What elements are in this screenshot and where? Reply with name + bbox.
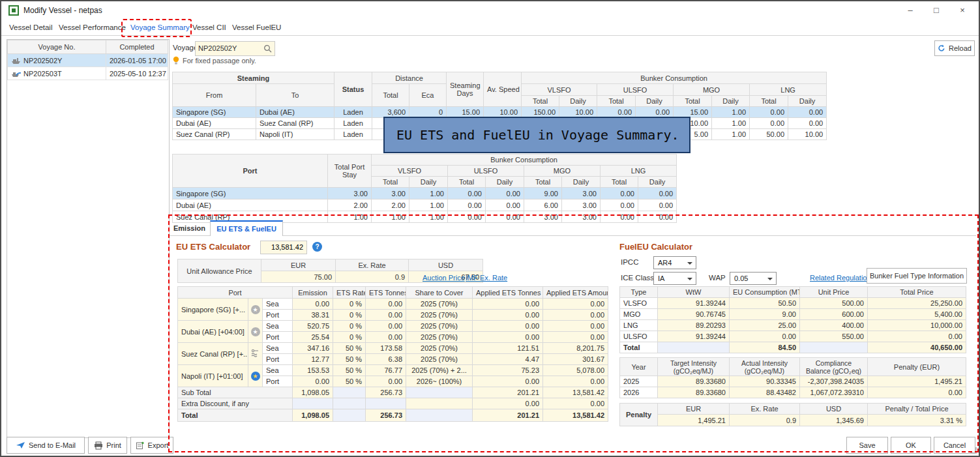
emission-header: Emission (293, 287, 333, 299)
imf-ex-rate-link[interactable]: IMF Ex. Rate (466, 274, 507, 282)
related-regulation-link[interactable]: Related Regulation (810, 274, 871, 282)
tab-eu-ets-fueleu[interactable]: EU ETS & FuelEU (210, 220, 283, 236)
cancel-button[interactable]: Cancel (934, 437, 975, 454)
vlsfo-header: VLSFO (522, 84, 597, 96)
fueleu-penalty-table: Penalty EUR Ex. Rate USD Penalty / Total… (619, 403, 966, 426)
eu-port-star-icon: ★ (251, 372, 260, 381)
voyage-search-value[interactable]: NP202502Y (196, 44, 239, 52)
total-price-header: Total Price (868, 287, 966, 298)
tab-vessel-detail[interactable]: Vessel Detail (5, 20, 56, 35)
extra-discount-amount-field[interactable]: 0.00 (543, 398, 608, 409)
distance-total-header: Total (372, 84, 409, 107)
fueleu-year-table: Year Target Intensity (gCO₂eq/MJ) Actual… (619, 357, 966, 398)
port-header: Port (178, 287, 293, 299)
tab-emission[interactable]: Emission (173, 221, 207, 235)
penalty-label: Penalty (620, 404, 658, 426)
modify-vessel-window: Modify Vessel - netpas – □ × Vessel Deta… (0, 0, 980, 457)
distance-header: Distance (372, 72, 447, 84)
applied-ets-tonnes-header: Applied ETS Tonnes (473, 287, 543, 299)
voyage-list-row[interactable]: NP202503T 2025-05-10 12:37 (8, 67, 168, 80)
save-button[interactable]: Save (846, 437, 888, 454)
col-total: Total (601, 177, 638, 188)
tab-vessel-cii[interactable]: Vessel CII (188, 20, 230, 35)
ets-calculator-title: EU ETS Calculator (176, 242, 250, 252)
ipcc-label: IPCC (621, 258, 638, 266)
col-total: Total (597, 96, 636, 107)
eur-header: EUR (658, 404, 730, 415)
minimize-button[interactable]: – (899, 1, 921, 20)
col-total: Total (448, 177, 486, 188)
fuel-row: ULSFO91.39244 0.00550.00 0.00 (620, 331, 966, 342)
usd-header: USD (800, 404, 868, 415)
from-header: From (173, 84, 256, 107)
resize-grip[interactable] (970, 447, 977, 454)
col-total: Total (372, 177, 409, 188)
ets-row-sea: Suez Canal (RP) [+... Sea 347.1650 % 173… (178, 343, 608, 354)
lightbulb-icon (173, 56, 179, 65)
window-title: Modify Vessel - netpas (23, 6, 102, 15)
wap-dropdown[interactable]: 0.05 (730, 272, 777, 285)
port-consumption-table: Port Total Port Stay Bunker Consumption … (172, 154, 677, 223)
help-icon[interactable]: ? (312, 242, 322, 252)
fuel-row: MGO90.76745 9.00600.00 5,400.00 (620, 309, 966, 320)
search-icon[interactable] (263, 44, 272, 53)
col-daily: Daily (409, 177, 448, 188)
ets-subtotal-row: Sub Total 1,098.05 256.73 201.2113,581.4… (178, 387, 608, 398)
col-daily: Daily (712, 96, 750, 107)
annotation-text: EU ETS and FuelEU in Voyage Summary. (396, 127, 679, 143)
ets-port-name: Suez Canal (RP) [+... (178, 343, 248, 365)
title-bar: Modify Vessel - netpas – □ × (1, 1, 979, 20)
maximize-button[interactable]: □ (925, 1, 947, 20)
close-button[interactable]: × (951, 1, 973, 20)
tab-vessel-performance[interactable]: Vessel Performance (55, 20, 130, 35)
ship-voyage-icon (11, 70, 22, 78)
steaming-header: Steaming (173, 72, 334, 84)
netpas-logo-icon (8, 5, 19, 16)
export-button[interactable]: Export (130, 437, 173, 454)
fuel-total-row: Total 84.50 40,650.00 (620, 342, 966, 353)
port-row[interactable]: Singapore (SG)3.00 3.001.00 0.000.00 9.0… (173, 188, 677, 199)
col-daily: Daily (486, 177, 524, 188)
voyage-search-field[interactable]: NP202502Y (195, 41, 275, 56)
col-daily: Daily (788, 96, 827, 107)
fuel-row: VLSFO91.39244 50.50500.00 25,250.00 (620, 298, 966, 309)
status-header: Status (334, 72, 372, 107)
send-to-email-button[interactable]: Send to E-Mail (7, 437, 85, 454)
ice-class-label: ICE Class (621, 274, 654, 282)
ipcc-dropdown[interactable]: AR4 (653, 256, 696, 269)
fueleu-calculator-title: FuelEU Calculator (619, 242, 692, 252)
year-row: 202589.33680 90.33345-2,307,398.24035 1,… (620, 376, 966, 387)
bunker-fuel-type-info-button[interactable]: Bunker Fuel Type Information (867, 268, 967, 284)
tab-vessel-fueleu[interactable]: Vessel FuelEU (228, 20, 285, 35)
steaming-row[interactable]: Singapore (SG)Dubai (AE)Laden 3,6000 15.… (173, 107, 827, 118)
ulsfo-header: ULSFO (448, 166, 524, 177)
steaming-days-header: Steaming Days (447, 72, 484, 107)
voyage-list-header-completed: Completed (106, 40, 168, 54)
col-total: Total (524, 177, 562, 188)
av-speed-header: Av. Speed (484, 72, 522, 107)
unit-price-header: Unit Price (800, 287, 868, 298)
voyage-list-panel: Voyage No. Completed NP202502Y 2026-01-0… (7, 39, 170, 438)
voyage-list-row[interactable]: NP202502Y 2026-01-05 17:00 (8, 54, 168, 67)
ets-port-name: Dubai (AE) [+04:00] (178, 321, 248, 343)
annotation-overlay: EU ETS and FuelEU in Voyage Summary. (383, 117, 690, 153)
extra-discount-tonnes-field[interactable]: 0.00 (473, 398, 543, 409)
col-daily: Daily (562, 177, 601, 188)
wtw-header: WtW (658, 287, 730, 298)
ok-button[interactable]: OK (891, 437, 931, 454)
eca-header: Eca (409, 84, 447, 107)
eur-header: EUR (261, 259, 336, 271)
chevron-down-icon (687, 262, 692, 265)
port-row[interactable]: Dubai (AE)2.00 2.001.00 0.000.00 6.003.0… (173, 199, 677, 211)
ice-class-dropdown[interactable]: IA (653, 272, 696, 285)
voyage-list-header-no: Voyage No. (8, 40, 106, 54)
auction-price-link[interactable]: Auction Price (423, 274, 465, 282)
allowance-eur-field[interactable]: 75.00 (261, 271, 336, 283)
ex-rate-header: Ex. Rate (730, 404, 800, 415)
reload-button[interactable]: Reload (934, 40, 975, 56)
ets-row-sea: Napoli (IT) [+01:00] ★ Sea 153.5350 % 76… (178, 365, 608, 376)
main-tab-bar: Vessel Detail Vessel Performance Voyage … (1, 20, 979, 36)
allowance-ex-rate-field[interactable]: 0.9 (336, 271, 409, 283)
print-button[interactable]: Print (88, 437, 127, 454)
col-total: Total (674, 96, 712, 107)
